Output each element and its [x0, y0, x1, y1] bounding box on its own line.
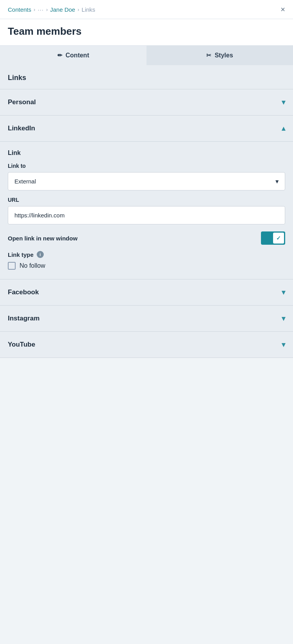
accordion-facebook-header[interactable]: Facebook ▾ [0, 279, 293, 305]
accordion-youtube-header[interactable]: YouTube ▾ [0, 332, 293, 358]
accordion-personal-chevron: ▾ [282, 98, 285, 107]
no-follow-checkbox[interactable] [8, 262, 16, 270]
no-follow-label: No follow [20, 262, 45, 269]
accordion-youtube: YouTube ▾ [0, 332, 293, 358]
accordion-instagram-chevron: ▾ [282, 314, 285, 323]
close-button[interactable]: × [280, 5, 285, 13]
open-new-window-toggle[interactable]: ✓ [261, 231, 285, 245]
links-section-header: Links [0, 65, 293, 89]
accordion-youtube-chevron: ▾ [282, 340, 285, 349]
accordion-linkedin-label: LinkedIn [8, 125, 35, 132]
link-type-info-icon[interactable]: i [37, 251, 44, 258]
accordion-facebook-label: Facebook [8, 288, 39, 296]
accordion-linkedin-body: Link Link to External Internal Email Pho… [0, 149, 293, 279]
tabs-bar: ✏ Content ✂ Styles [0, 46, 293, 65]
link-to-label: Link to [8, 163, 285, 169]
main-content: Links Personal ▾ LinkedIn ▴ Link Link to… [0, 65, 293, 358]
breadcrumb-sep-2: › [46, 7, 48, 12]
accordion-personal: Personal ▾ [0, 89, 293, 116]
styles-tab-icon: ✂ [206, 52, 211, 59]
link-type-row: Link type i [8, 251, 285, 258]
link-to-select[interactable]: External Internal Email Phone [8, 172, 285, 190]
accordion-instagram: Instagram ▾ [0, 306, 293, 332]
breadcrumb-current: Links [82, 6, 95, 13]
breadcrumb-sep-1: › [34, 7, 35, 12]
breadcrumb-dots: ··· [38, 6, 44, 13]
link-subsection-title: Link [8, 149, 285, 157]
open-new-window-row: Open link in new window ✓ [8, 231, 285, 245]
breadcrumb-contents[interactable]: Contents [8, 6, 31, 13]
page-title-bar: Team members [0, 19, 293, 46]
breadcrumb-bar: Contents › ··· › Jane Doe › Links × [0, 0, 293, 19]
accordion-linkedin-header[interactable]: LinkedIn ▴ [0, 116, 293, 142]
tab-content-label: Content [66, 52, 89, 59]
accordion-personal-label: Personal [8, 98, 36, 106]
link-to-select-wrapper: External Internal Email Phone ▼ [8, 172, 285, 190]
no-follow-row: No follow [8, 262, 285, 270]
link-type-label: Link type [8, 251, 34, 258]
accordion-facebook: Facebook ▾ [0, 279, 293, 306]
breadcrumb-sep-3: › [77, 7, 79, 12]
accordion-linkedin: LinkedIn ▴ Link Link to External Interna… [0, 116, 293, 279]
accordion-instagram-header[interactable]: Instagram ▾ [0, 306, 293, 331]
accordion-facebook-chevron: ▾ [282, 288, 285, 297]
url-input[interactable] [8, 206, 285, 224]
toggle-knob: ✓ [273, 233, 284, 244]
accordion-instagram-label: Instagram [8, 315, 39, 322]
page-title: Team members [8, 25, 285, 37]
toggle-checkmark-icon: ✓ [276, 235, 281, 241]
accordion-personal-header[interactable]: Personal ▾ [0, 89, 293, 115]
breadcrumb-person[interactable]: Jane Doe [50, 6, 75, 13]
tab-content[interactable]: ✏ Content [0, 46, 146, 65]
accordion-youtube-label: YouTube [8, 341, 35, 349]
open-new-window-label: Open link in new window [8, 235, 77, 242]
tab-styles[interactable]: ✂ Styles [146, 46, 293, 65]
tab-styles-label: Styles [214, 52, 233, 59]
content-tab-icon: ✏ [57, 52, 63, 59]
links-section-title: Links [8, 74, 26, 82]
accordion-linkedin-chevron: ▴ [282, 124, 285, 133]
url-label: URL [8, 197, 285, 203]
